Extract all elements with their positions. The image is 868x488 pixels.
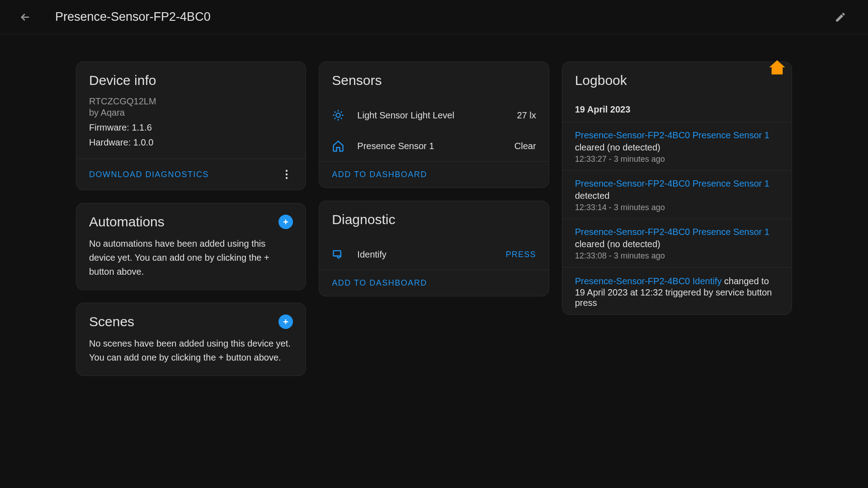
topbar: Presence-Sensor-FP2-4BC0 <box>0 0 868 34</box>
plus-icon <box>282 218 290 226</box>
log-entry[interactable]: Presence-Sensor-FP2-4BC0 Presence Sensor… <box>562 219 792 267</box>
download-diagnostics-button[interactable]: DOWNLOAD DIAGNOSTICS <box>89 170 209 179</box>
diagnostic-row-identify: Identify PRESS <box>319 239 548 270</box>
log-entity-link[interactable]: Presence-Sensor-FP2-4BC0 Identify <box>575 276 722 286</box>
device-manufacturer: by Aqara <box>89 108 293 118</box>
svg-point-0 <box>286 170 288 172</box>
log-event: cleared (no detected) <box>575 142 779 153</box>
identify-press-button[interactable]: PRESS <box>506 250 536 259</box>
sensor-label: Light Sensor Light Level <box>357 110 504 121</box>
logbook-title: Logbook <box>575 73 779 88</box>
home-outline-icon <box>332 140 344 152</box>
svg-rect-4 <box>334 251 341 256</box>
log-entry[interactable]: Presence-Sensor-FP2-4BC0 Presence Sensor… <box>562 122 792 170</box>
add-sensors-dashboard-button[interactable]: ADD TO DASHBOARD <box>332 170 427 179</box>
more-menu-button[interactable] <box>280 167 293 182</box>
add-automation-button[interactable] <box>278 215 293 229</box>
svg-point-2 <box>286 177 288 179</box>
pencil-icon <box>835 11 846 23</box>
add-scene-button[interactable] <box>278 314 293 329</box>
log-time: 12:33:14 - 3 minutes ago <box>575 203 779 212</box>
log-event: detected <box>575 191 779 201</box>
svg-point-1 <box>286 174 288 175</box>
back-button[interactable] <box>18 10 33 24</box>
svg-point-3 <box>336 113 340 117</box>
log-entity-link[interactable]: Presence-Sensor-FP2-4BC0 Presence Sensor… <box>575 225 779 238</box>
home-icon[interactable] <box>768 58 787 77</box>
device-info-title: Device info <box>89 73 293 88</box>
log-entry[interactable]: Presence-Sensor-FP2-4BC0 Identify change… <box>562 267 792 314</box>
log-entity-link[interactable]: Presence-Sensor-FP2-4BC0 Presence Sensor… <box>575 177 779 190</box>
automations-card: Automations No automations have been add… <box>76 203 306 290</box>
log-event: Presence-Sensor-FP2-4BC0 Identify change… <box>575 275 779 308</box>
log-entry[interactable]: Presence-Sensor-FP2-4BC0 Presence Sensor… <box>562 170 792 219</box>
identify-label: Identify <box>357 249 493 260</box>
sensor-row-light[interactable]: Light Sensor Light Level 27 lx <box>319 100 548 131</box>
arrow-left-icon <box>19 11 32 23</box>
brightness-icon <box>332 109 344 122</box>
hardware-version: Hardware: 1.0.0 <box>89 137 293 148</box>
logbook-scroll[interactable]: 19 April 2023 Presence-Sensor-FP2-4BC0 P… <box>562 104 792 314</box>
diagnostic-title: Diagnostic <box>332 212 536 227</box>
page-title: Presence-Sensor-FP2-4BC0 <box>55 10 211 24</box>
automations-empty-text: No automations have been added using thi… <box>89 237 293 279</box>
diagnostic-card: Diagnostic Identify PRESS ADD TO DASHBOA… <box>319 201 549 296</box>
device-info-card: Device info RTCZCGQ12LM by Aqara Firmwar… <box>76 61 306 190</box>
sensor-row-presence[interactable]: Presence Sensor 1 Clear <box>319 131 548 161</box>
identify-icon <box>332 248 344 261</box>
sensor-value: 27 lx <box>517 110 536 121</box>
dots-vertical-icon <box>285 169 288 180</box>
sensor-value: Clear <box>514 141 536 151</box>
automations-title: Automations <box>89 214 165 230</box>
firmware-version: Firmware: 1.1.6 <box>89 122 293 133</box>
log-time: 12:33:08 - 3 minutes ago <box>575 251 779 261</box>
sensors-title: Sensors <box>332 73 536 88</box>
scenes-empty-text: No scenes have been added using this dev… <box>89 337 293 365</box>
scenes-card: Scenes No scenes have been added using t… <box>76 303 306 376</box>
logbook-card: Logbook 19 April 2023 Presence-Sensor-FP… <box>562 61 792 315</box>
log-entity-link[interactable]: Presence-Sensor-FP2-4BC0 Presence Sensor… <box>575 129 779 141</box>
log-event: cleared (no detected) <box>575 239 779 249</box>
device-model: RTCZCGQ12LM <box>89 96 293 107</box>
logbook-date: 19 April 2023 <box>562 104 792 122</box>
log-time: 12:33:27 - 3 minutes ago <box>575 155 779 164</box>
add-diagnostic-dashboard-button[interactable]: ADD TO DASHBOARD <box>332 278 427 288</box>
edit-button[interactable] <box>831 8 850 27</box>
scenes-title: Scenes <box>89 314 134 329</box>
plus-icon <box>282 318 290 326</box>
sensors-card: Sensors Light Sensor Light Level 27 lx P… <box>319 61 549 188</box>
sensor-label: Presence Sensor 1 <box>357 141 502 151</box>
